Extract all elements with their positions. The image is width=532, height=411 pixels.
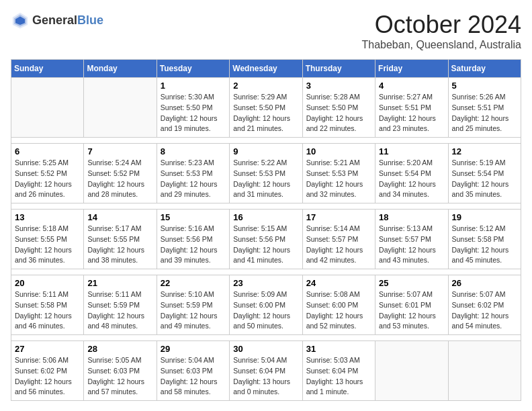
sunrise-text: Sunrise: 5:08 AM — [306, 289, 371, 300]
sunset-text: Sunset: 5:55 PM — [15, 234, 80, 245]
day-number: 12 — [452, 146, 517, 156]
day-number: 3 — [306, 81, 371, 91]
daylight-text: Daylight: 12 hours and 19 minutes. — [161, 113, 226, 135]
day-number: 24 — [306, 278, 371, 288]
logo-text: GeneralBlue — [32, 13, 103, 28]
day-number: 28 — [87, 344, 152, 354]
week-separator — [11, 269, 521, 275]
daylight-text: Daylight: 12 hours and 26 minutes. — [15, 179, 80, 201]
location-title: Thabeban, Queensland, Australia — [362, 39, 522, 51]
sunrise-text: Sunrise: 5:25 AM — [15, 158, 80, 169]
day-number: 1 — [161, 81, 226, 91]
day-info: Sunrise: 5:06 AM Sunset: 6:02 PM Dayligh… — [15, 355, 80, 398]
sunset-text: Sunset: 5:57 PM — [379, 234, 444, 245]
day-number: 5 — [452, 81, 517, 91]
day-info: Sunrise: 5:20 AM Sunset: 5:54 PM Dayligh… — [379, 158, 444, 200]
calendar-week-row: 20 Sunrise: 5:11 AM Sunset: 5:58 PM Dayl… — [11, 275, 521, 335]
sunset-text: Sunset: 5:52 PM — [87, 169, 152, 179]
daylight-text: Daylight: 12 hours and 35 minutes. — [452, 179, 517, 201]
daylight-text: Daylight: 12 hours and 31 minutes. — [233, 179, 298, 201]
day-number: 29 — [161, 344, 226, 354]
day-info: Sunrise: 5:22 AM Sunset: 5:53 PM Dayligh… — [233, 158, 298, 200]
sunset-text: Sunset: 6:01 PM — [379, 300, 444, 311]
day-number: 26 — [452, 278, 517, 288]
day-number: 10 — [306, 146, 371, 156]
day-number: 30 — [233, 344, 298, 354]
sunrise-text: Sunrise: 5:18 AM — [15, 224, 80, 234]
sunset-text: Sunset: 5:53 PM — [306, 169, 371, 179]
sunset-text: Sunset: 5:56 PM — [161, 234, 226, 245]
day-number: 27 — [15, 344, 80, 354]
sunset-text: Sunset: 5:58 PM — [452, 234, 517, 245]
daylight-text: Daylight: 12 hours and 21 minutes. — [233, 113, 298, 135]
day-number: 11 — [379, 146, 444, 156]
daylight-text: Daylight: 13 hours and 0 minutes. — [233, 377, 298, 398]
day-info: Sunrise: 5:26 AM Sunset: 5:51 PM Dayligh… — [452, 92, 517, 134]
col-thursday: Thursday — [302, 60, 375, 78]
sunset-text: Sunset: 5:50 PM — [161, 103, 226, 113]
sunrise-text: Sunrise: 5:26 AM — [452, 92, 517, 103]
calendar-week-row: 13 Sunrise: 5:18 AM Sunset: 5:55 PM Dayl… — [11, 210, 521, 269]
day-info: Sunrise: 5:09 AM Sunset: 6:00 PM Dayligh… — [233, 289, 298, 332]
logo-blue: Blue — [77, 13, 103, 27]
sunset-text: Sunset: 5:50 PM — [233, 103, 298, 113]
calendar-day-cell: 5 Sunrise: 5:26 AM Sunset: 5:51 PM Dayli… — [448, 78, 521, 138]
calendar-day-cell: 18 Sunrise: 5:13 AM Sunset: 5:57 PM Dayl… — [375, 210, 448, 269]
sunset-text: Sunset: 5:51 PM — [452, 103, 517, 113]
sunrise-text: Sunrise: 5:07 AM — [452, 289, 517, 300]
day-number: 16 — [233, 212, 298, 222]
sunset-text: Sunset: 5:54 PM — [379, 169, 444, 179]
sunrise-text: Sunrise: 5:24 AM — [87, 158, 152, 169]
sunset-text: Sunset: 6:04 PM — [306, 366, 371, 377]
daylight-text: Daylight: 12 hours and 46 minutes. — [15, 311, 80, 332]
day-number: 21 — [87, 278, 152, 288]
daylight-text: Daylight: 12 hours and 56 minutes. — [15, 377, 80, 398]
calendar-day-cell: 17 Sunrise: 5:14 AM Sunset: 5:57 PM Dayl… — [302, 210, 375, 269]
sunset-text: Sunset: 6:02 PM — [452, 300, 517, 311]
calendar-day-cell — [84, 78, 157, 138]
day-info: Sunrise: 5:16 AM Sunset: 5:56 PM Dayligh… — [161, 224, 226, 266]
sunrise-text: Sunrise: 5:06 AM — [15, 355, 80, 366]
calendar-week-row: 27 Sunrise: 5:06 AM Sunset: 6:02 PM Dayl… — [11, 341, 521, 401]
calendar-day-cell — [375, 341, 448, 401]
sunrise-text: Sunrise: 5:29 AM — [233, 92, 298, 103]
day-number: 6 — [15, 146, 80, 156]
sunset-text: Sunset: 5:57 PM — [306, 234, 371, 245]
calendar-day-cell: 21 Sunrise: 5:11 AM Sunset: 5:59 PM Dayl… — [84, 275, 157, 335]
sunset-text: Sunset: 6:00 PM — [306, 300, 371, 311]
sunrise-text: Sunrise: 5:04 AM — [161, 355, 226, 366]
calendar-day-cell: 14 Sunrise: 5:17 AM Sunset: 5:55 PM Dayl… — [84, 210, 157, 269]
daylight-text: Daylight: 12 hours and 41 minutes. — [233, 245, 298, 267]
sunset-text: Sunset: 5:51 PM — [379, 103, 444, 113]
col-monday: Monday — [84, 60, 157, 78]
daylight-text: Daylight: 12 hours and 29 minutes. — [161, 179, 226, 201]
daylight-text: Daylight: 12 hours and 34 minutes. — [379, 179, 444, 201]
daylight-text: Daylight: 12 hours and 57 minutes. — [87, 377, 152, 398]
sunset-text: Sunset: 5:53 PM — [233, 169, 298, 179]
calendar-day-cell: 3 Sunrise: 5:28 AM Sunset: 5:50 PM Dayli… — [302, 78, 375, 138]
day-info: Sunrise: 5:03 AM Sunset: 6:04 PM Dayligh… — [306, 355, 371, 398]
calendar-day-cell: 13 Sunrise: 5:18 AM Sunset: 5:55 PM Dayl… — [11, 210, 84, 269]
daylight-text: Daylight: 12 hours and 36 minutes. — [15, 245, 80, 267]
day-info: Sunrise: 5:10 AM Sunset: 5:59 PM Dayligh… — [161, 289, 226, 332]
day-number: 18 — [379, 212, 444, 222]
day-info: Sunrise: 5:18 AM Sunset: 5:55 PM Dayligh… — [15, 224, 80, 266]
day-number: 13 — [15, 212, 80, 222]
week-separator — [11, 335, 521, 341]
daylight-text: Daylight: 12 hours and 25 minutes. — [452, 113, 517, 135]
week-separator — [11, 138, 521, 144]
calendar-day-cell: 2 Sunrise: 5:29 AM Sunset: 5:50 PM Dayli… — [230, 78, 302, 138]
day-info: Sunrise: 5:24 AM Sunset: 5:52 PM Dayligh… — [87, 158, 152, 200]
day-info: Sunrise: 5:04 AM Sunset: 6:03 PM Dayligh… — [161, 355, 226, 398]
calendar-day-cell: 19 Sunrise: 5:12 AM Sunset: 5:58 PM Dayl… — [448, 210, 521, 269]
sunrise-text: Sunrise: 5:11 AM — [87, 289, 152, 300]
day-info: Sunrise: 5:13 AM Sunset: 5:57 PM Dayligh… — [379, 224, 444, 266]
day-info: Sunrise: 5:29 AM Sunset: 5:50 PM Dayligh… — [233, 92, 298, 134]
day-info: Sunrise: 5:04 AM Sunset: 6:04 PM Dayligh… — [233, 355, 298, 398]
daylight-text: Daylight: 12 hours and 58 minutes. — [161, 377, 226, 398]
day-info: Sunrise: 5:12 AM Sunset: 5:58 PM Dayligh… — [452, 224, 517, 266]
day-info: Sunrise: 5:19 AM Sunset: 5:54 PM Dayligh… — [452, 158, 517, 200]
day-number: 2 — [233, 81, 298, 91]
day-info: Sunrise: 5:11 AM Sunset: 5:58 PM Dayligh… — [15, 289, 80, 332]
month-title: October 2024 — [362, 11, 522, 39]
